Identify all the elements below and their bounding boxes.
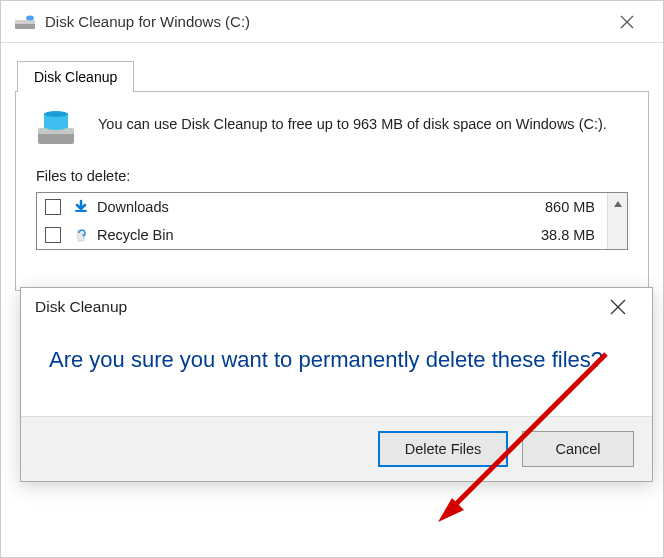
files-listbox[interactable]: Downloads 860 MB Recycle Bin [36,192,628,250]
confirm-dialog: Disk Cleanup Are you sure you want to pe… [20,287,653,482]
dialog-titlebar: Disk Cleanup [21,288,652,326]
close-icon[interactable] [605,15,649,29]
item-label: Downloads [97,199,545,215]
info-row: You can use Disk Cleanup to free up to 9… [36,110,628,146]
svg-rect-1 [15,20,35,24]
checkbox[interactable] [45,227,61,243]
svg-point-5 [44,111,68,117]
tab-panel: You can use Disk Cleanup to free up to 9… [15,91,649,291]
titlebar: Disk Cleanup for Windows (C:) [1,1,663,43]
tab-disk-cleanup[interactable]: Disk Cleanup [17,61,134,92]
list-item-recycle-bin[interactable]: Recycle Bin 38.8 MB [37,221,607,249]
download-arrow-icon [71,197,91,217]
dialog-question: Are you sure you want to permanently del… [49,344,624,376]
item-label: Recycle Bin [97,227,541,243]
delete-files-button[interactable]: Delete Files [378,431,508,467]
info-text: You can use Disk Cleanup to free up to 9… [98,110,607,136]
checkbox[interactable] [45,199,61,215]
item-size: 860 MB [545,199,595,215]
dialog-body: Are you sure you want to permanently del… [21,326,652,416]
listbox-items: Downloads 860 MB Recycle Bin [37,193,607,249]
disk-cleanup-app-icon [15,14,35,30]
window-body: Disk Cleanup You can use Disk Cleanup to… [1,43,663,305]
dialog-title: Disk Cleanup [35,298,598,316]
drive-icon [36,110,76,146]
item-size: 38.8 MB [541,227,595,243]
scrollbar[interactable] [607,193,627,249]
recycle-bin-icon [71,225,91,245]
svg-point-2 [26,15,34,20]
dialog-footer: Delete Files Cancel [21,416,652,481]
close-icon[interactable] [598,299,638,315]
files-to-delete-label: Files to delete: [36,168,628,184]
tab-strip: Disk Cleanup [17,61,649,92]
window-title: Disk Cleanup for Windows (C:) [45,13,605,30]
cancel-button[interactable]: Cancel [522,431,634,467]
list-item-downloads[interactable]: Downloads 860 MB [37,193,607,221]
scroll-up-arrow-icon[interactable] [608,193,627,215]
